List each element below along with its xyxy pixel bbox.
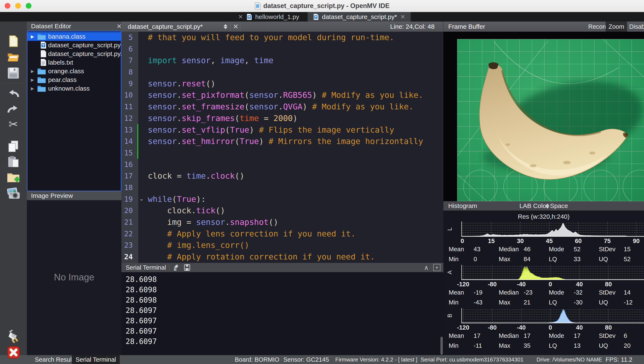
code-line-16[interactable]: 16 bbox=[122, 159, 444, 170]
tab-helloworld[interactable]: ✕ helloworld_1.py bbox=[238, 12, 299, 22]
zoom-window-button[interactable] bbox=[26, 3, 32, 9]
stop-script-icon[interactable] bbox=[7, 346, 20, 359]
paste-icon[interactable] bbox=[6, 155, 20, 169]
collapse-terminal-icon[interactable]: ∧ bbox=[424, 264, 429, 271]
colorspace-selector[interactable]: LAB Color Space bbox=[444, 202, 644, 210]
tree-item-banana-class[interactable]: ▶banana.class bbox=[28, 32, 121, 41]
expand-arrow-icon[interactable]: ▶ bbox=[31, 77, 34, 82]
tree-item-dataset-capture-script-py[interactable]: dataset_capture_script.py bbox=[28, 41, 121, 50]
clear-terminal-icon[interactable] bbox=[173, 264, 180, 271]
tree-item-label: unknown.class bbox=[48, 85, 90, 92]
line-number: 18 bbox=[122, 182, 138, 194]
code-line-15[interactable]: 15 bbox=[122, 147, 444, 159]
expand-arrow-icon[interactable]: ▶ bbox=[31, 34, 34, 39]
expand-arrow-icon[interactable]: ▶ bbox=[31, 68, 34, 74]
histogram-plot bbox=[461, 265, 644, 280]
code-line-24[interactable]: 24 # Apply rotation correction if you ne… bbox=[122, 251, 444, 263]
titlebar[interactable]: dataset_capture_script.py - OpenMV IDE bbox=[0, 0, 644, 12]
code-line-18[interactable]: 18 bbox=[122, 182, 444, 194]
tab-label[interactable]: dataset_capture_script.py* bbox=[322, 13, 397, 20]
code-line-12[interactable]: 12sensor.skip_frames(time = 2000) bbox=[122, 112, 444, 124]
save-file-icon[interactable] bbox=[6, 66, 20, 80]
line-number: 19 bbox=[122, 194, 138, 205]
zoom-button[interactable]: Zoom bbox=[606, 22, 627, 32]
minimize-window-button[interactable] bbox=[15, 3, 21, 9]
file-stepper-icon[interactable] bbox=[222, 23, 229, 30]
cut-icon[interactable]: ✂ bbox=[6, 118, 20, 131]
terminal-scrollbar[interactable] bbox=[440, 337, 443, 355]
stats-row-2: Min-43Max21LQ-30UQ-12 bbox=[444, 298, 644, 308]
new-file-icon[interactable] bbox=[6, 34, 20, 48]
colorspace-stepper-icon[interactable] bbox=[544, 202, 551, 210]
new-dataset-folder-icon[interactable] bbox=[6, 171, 20, 184]
close-tab-icon[interactable]: ✕ bbox=[238, 14, 243, 20]
code-line-9[interactable]: 9sensor.reset() bbox=[122, 78, 444, 90]
capture-image-icon[interactable] bbox=[6, 187, 20, 200]
close-tab-icon[interactable]: ✕ bbox=[400, 14, 405, 20]
tree-item-orange-class[interactable]: ▶orange.class bbox=[28, 67, 121, 76]
save-log-icon[interactable] bbox=[184, 264, 191, 271]
code-line-8[interactable]: 8 bbox=[122, 66, 444, 78]
terminal-menu-icon[interactable]: ▼ bbox=[433, 264, 440, 271]
expand-arrow-icon[interactable]: ▶ bbox=[31, 86, 34, 91]
open-file-selector[interactable]: dataset_capture_script.py* bbox=[128, 23, 203, 30]
folder-icon bbox=[37, 33, 46, 40]
close-panel-icon[interactable]: ✕ bbox=[116, 22, 122, 30]
code-line-20[interactable]: 20 clock.tick() bbox=[122, 205, 444, 216]
code-line-22[interactable]: 22 # Apply lens correction if you need i… bbox=[122, 228, 444, 240]
tree-item-pear-class[interactable]: ▶pear.class bbox=[28, 76, 121, 84]
close-window-button[interactable] bbox=[5, 3, 10, 9]
code-line-7[interactable]: 7import sensor, image, time bbox=[122, 55, 444, 66]
stat: UQ20 bbox=[599, 342, 644, 349]
disable-button[interactable]: Disable bbox=[626, 22, 644, 32]
line-number: 22 bbox=[122, 228, 138, 240]
tree-item-labels-txt[interactable]: labels.txt bbox=[28, 58, 121, 67]
line-number: 6 bbox=[122, 43, 138, 55]
stat: Min-11 bbox=[449, 342, 499, 349]
undo-icon[interactable] bbox=[6, 87, 20, 100]
code-line-6[interactable]: 6 bbox=[122, 43, 444, 55]
serial-terminal-output[interactable]: 28.609828.609828.609828.609728.609728.60… bbox=[122, 272, 444, 355]
stat: LQ33 bbox=[549, 256, 599, 263]
redo-icon[interactable] bbox=[6, 102, 20, 116]
code-line-19[interactable]: 19⌄while(True): bbox=[122, 194, 444, 205]
axis-tick-label: 80 bbox=[605, 281, 612, 288]
stat: Median-23 bbox=[499, 289, 549, 296]
stat-value: -11 bbox=[474, 342, 482, 349]
tab-dataset-capture-script[interactable]: dataset_capture_script.py* ✕ bbox=[308, 12, 411, 22]
stat: Mean43 bbox=[449, 246, 499, 253]
serial-terminal-tab[interactable]: Serial Terminal bbox=[72, 355, 120, 364]
code-line-17[interactable]: 17clock = time.clock() bbox=[122, 170, 444, 182]
resolution-label: Res (w:320,h:240) bbox=[444, 213, 644, 220]
stat-label: Mean bbox=[449, 246, 474, 253]
code-line-11[interactable]: 11sensor.set_framesize(sensor.QVGA) # Mo… bbox=[122, 101, 444, 112]
line-number: 20 bbox=[122, 205, 138, 216]
tree-item-dataset-capture-script-py-[interactable]: dataset_capture_script.py.... bbox=[28, 50, 121, 58]
copy-icon[interactable] bbox=[6, 140, 20, 153]
stat-value: 13 bbox=[574, 342, 580, 349]
code-line-14[interactable]: 14sensor.set_hmirror(True) # Mirrors the… bbox=[122, 136, 444, 147]
traffic-lights[interactable] bbox=[5, 3, 32, 9]
plot-row: L bbox=[444, 222, 644, 237]
tab-label[interactable]: helloworld_1.py bbox=[255, 13, 299, 20]
folder-icon bbox=[37, 67, 46, 75]
fold-arrow-icon[interactable]: ⌄ bbox=[139, 194, 144, 204]
axis-tick-label: 15 bbox=[488, 238, 495, 244]
code-line-5[interactable]: 5# that you will feed to your model duri… bbox=[122, 32, 444, 43]
code-line-21[interactable]: 21 img = sensor.snapshot() bbox=[122, 216, 444, 228]
stat: LQ13 bbox=[549, 342, 599, 349]
tree-item-unknown-class[interactable]: ▶unknown.class bbox=[28, 84, 121, 93]
open-file-icon[interactable] bbox=[6, 51, 20, 64]
connect-icon[interactable] bbox=[6, 329, 20, 343]
code-text: while(True): bbox=[138, 194, 444, 205]
stat-label: Max bbox=[499, 299, 524, 306]
stats-row-2: Min-11Max35LQ13UQ20 bbox=[444, 341, 644, 351]
code-line-13[interactable]: 13sensor.set_vflip(True) # Flips the ima… bbox=[122, 124, 444, 136]
code-editor[interactable]: 5# that you will feed to your model duri… bbox=[122, 32, 444, 263]
code-text: sensor.set_vflip(True) # Flips the image… bbox=[138, 124, 444, 136]
dataset-editor-title: Dataset Editor bbox=[31, 22, 71, 30]
code-line-10[interactable]: 10sensor.set_pixformat(sensor.RGB565) # … bbox=[122, 89, 444, 101]
code-line-23[interactable]: 23 # img.lens_corr() bbox=[122, 240, 444, 251]
stat: Mean17 bbox=[449, 332, 499, 339]
close-file-icon[interactable]: ✕ bbox=[233, 22, 238, 30]
